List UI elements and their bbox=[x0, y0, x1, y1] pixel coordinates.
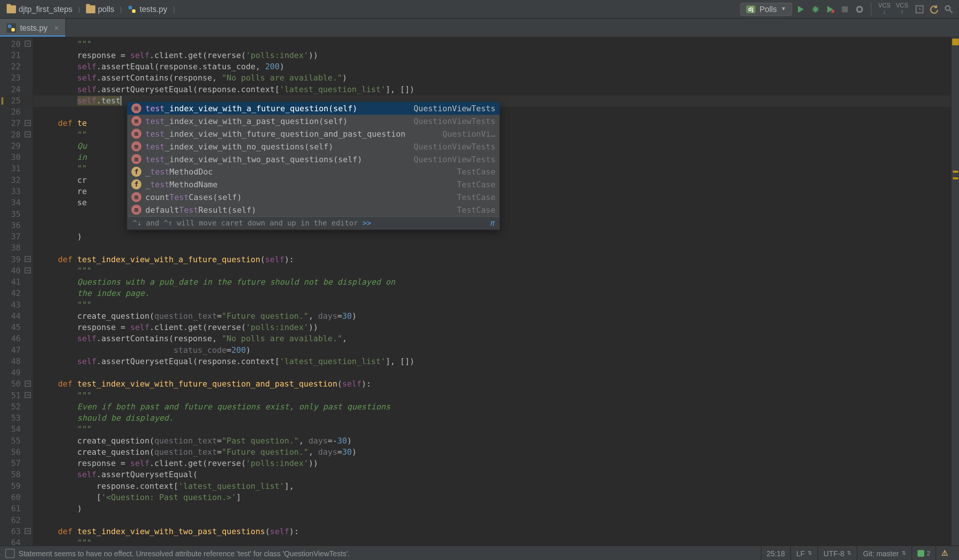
completion-item[interactable]: f_testMethodNameTestCase bbox=[127, 178, 499, 191]
code-line[interactable] bbox=[33, 243, 951, 254]
line-number[interactable]: 29 bbox=[0, 141, 33, 152]
line-number[interactable]: 31 bbox=[0, 163, 33, 175]
line-number[interactable]: 35 bbox=[0, 208, 33, 220]
revert-button[interactable] bbox=[928, 3, 940, 15]
completion-item[interactable]: mtest_index_view_with_future_question_an… bbox=[127, 127, 499, 140]
code-line[interactable]: response = self.client.get(reverse('poll… bbox=[33, 322, 951, 333]
line-number[interactable]: 24 bbox=[0, 84, 33, 95]
line-number[interactable]: 51 bbox=[0, 390, 33, 401]
line-number[interactable]: 26 bbox=[0, 107, 33, 118]
line-number[interactable]: 25 bbox=[0, 95, 33, 107]
code-line[interactable]: the index page. bbox=[33, 288, 951, 299]
fold-toggle-icon[interactable] bbox=[25, 41, 31, 47]
line-number[interactable]: 36 bbox=[0, 220, 33, 231]
fold-toggle-icon[interactable] bbox=[25, 380, 31, 387]
breadcrumb-folder[interactable]: polls bbox=[83, 3, 117, 15]
code-line[interactable]: """ bbox=[33, 390, 951, 401]
line-number[interactable]: 59 bbox=[0, 480, 33, 492]
close-icon[interactable]: × bbox=[54, 23, 59, 32]
code-line[interactable]: self.assertEqual(response.status_code, 2… bbox=[33, 61, 951, 73]
completion-item[interactable]: mtest_index_view_with_two_past_questions… bbox=[127, 153, 499, 165]
code-line[interactable]: self.assertContains(response, "No polls … bbox=[33, 333, 951, 345]
line-number[interactable]: 41 bbox=[0, 277, 33, 288]
pi-icon[interactable]: π bbox=[490, 217, 494, 230]
completion-item[interactable]: mtest_index_view_with_no_questions(self)… bbox=[127, 140, 499, 153]
code-line[interactable]: response = self.client.get(reverse('poll… bbox=[33, 50, 951, 61]
line-number[interactable]: 32 bbox=[0, 175, 33, 186]
line-number[interactable]: 38 bbox=[0, 243, 33, 254]
stop-button[interactable] bbox=[839, 3, 851, 15]
code-line[interactable]: self.assertQuerysetEqual(response.contex… bbox=[33, 84, 951, 95]
line-number[interactable]: 48 bbox=[0, 356, 33, 368]
line-number[interactable]: 61 bbox=[0, 503, 33, 515]
run-with-coverage-button[interactable] bbox=[824, 3, 836, 15]
hint-more-link[interactable]: >> bbox=[362, 219, 371, 228]
vcs-update-button[interactable]: VCS↓ bbox=[875, 3, 893, 15]
error-stripe-marker[interactable] bbox=[953, 41, 958, 43]
line-number[interactable]: 49 bbox=[0, 368, 33, 379]
line-number[interactable]: 56 bbox=[0, 447, 33, 458]
line-number[interactable]: 37 bbox=[0, 231, 33, 243]
completion-item[interactable]: mdefaultTestResult(self)TestCase bbox=[127, 204, 499, 216]
code-line[interactable]: self.assertQuerysetEqual(response.contex… bbox=[33, 356, 951, 368]
code-line[interactable]: create_question(question_text="Past ques… bbox=[33, 435, 951, 447]
line-number[interactable]: 64 bbox=[0, 538, 33, 549]
line-number[interactable]: 40 bbox=[0, 265, 33, 277]
fold-toggle-icon[interactable] bbox=[25, 267, 31, 274]
run-config-selector[interactable]: dj Polls ▼ bbox=[740, 2, 792, 16]
fold-toggle-icon[interactable] bbox=[25, 256, 31, 262]
code-line[interactable]: Questions with a pub_date in the future … bbox=[33, 277, 951, 288]
debug-button[interactable] bbox=[809, 3, 822, 15]
editor[interactable]: 2021222324252627282930313233343536373839… bbox=[0, 37, 959, 546]
tool-window-button[interactable] bbox=[5, 548, 14, 558]
code-line[interactable]: status_code=200) bbox=[33, 345, 951, 356]
code-line[interactable]: self.assertContains(response, "No polls … bbox=[33, 73, 951, 84]
code-line[interactable] bbox=[33, 515, 951, 526]
line-number[interactable]: 43 bbox=[0, 299, 33, 310]
line-number[interactable]: 44 bbox=[0, 310, 33, 322]
line-number[interactable]: 45 bbox=[0, 322, 33, 333]
line-number[interactable]: 27 bbox=[0, 118, 33, 129]
code-line[interactable]: ['<Question: Past question.>'] bbox=[33, 492, 951, 503]
completion-item[interactable]: f_testMethodDocTestCase bbox=[127, 165, 499, 178]
line-number[interactable]: 57 bbox=[0, 458, 33, 469]
history-button[interactable] bbox=[914, 3, 926, 15]
line-number[interactable]: 54 bbox=[0, 424, 33, 435]
completion-popup[interactable]: mtest_index_view_with_a_future_question(… bbox=[127, 102, 500, 231]
code-line[interactable]: ) bbox=[33, 503, 951, 515]
gutter[interactable]: 2021222324252627282930313233343536373839… bbox=[0, 37, 33, 546]
error-stripe[interactable] bbox=[951, 37, 959, 546]
line-number[interactable]: 63 bbox=[0, 526, 33, 537]
code-line[interactable]: def test_index_view_with_two_past_questi… bbox=[33, 526, 951, 537]
line-number[interactable]: 47 bbox=[0, 345, 33, 356]
breadcrumb-project[interactable]: djtp_first_steps bbox=[4, 3, 75, 15]
vcs-commit-button[interactable]: VCS↑ bbox=[893, 3, 911, 15]
code-line[interactable]: """ bbox=[33, 38, 951, 50]
line-number[interactable]: 39 bbox=[0, 254, 33, 265]
line-number[interactable]: 33 bbox=[0, 186, 33, 197]
code-line[interactable]: response = self.client.get(reverse('poll… bbox=[33, 458, 951, 469]
breadcrumb-file[interactable]: tests.py bbox=[125, 3, 170, 15]
code-line[interactable]: ) bbox=[33, 231, 951, 243]
line-number[interactable]: 23 bbox=[0, 73, 33, 84]
error-stripe-marker[interactable] bbox=[953, 177, 958, 179]
line-number[interactable]: 55 bbox=[0, 435, 33, 447]
error-stripe-marker[interactable] bbox=[953, 171, 958, 173]
line-number[interactable]: 53 bbox=[0, 413, 33, 424]
line-number[interactable]: 22 bbox=[0, 61, 33, 73]
run-button[interactable] bbox=[795, 3, 807, 15]
code-line[interactable] bbox=[33, 368, 951, 379]
line-number[interactable]: 60 bbox=[0, 492, 33, 503]
fold-toggle-icon[interactable] bbox=[25, 120, 31, 126]
code-line[interactable]: Even if both past and future questions e… bbox=[33, 402, 951, 413]
code-line[interactable]: """ bbox=[33, 538, 951, 549]
code-line[interactable]: """ bbox=[33, 299, 951, 310]
code-line[interactable]: should be displayed. bbox=[33, 413, 951, 424]
line-number[interactable]: 50 bbox=[0, 379, 33, 390]
tab-tests-py[interactable]: tests.py × bbox=[0, 19, 66, 37]
line-number[interactable]: 52 bbox=[0, 402, 33, 413]
python-package-button[interactable] bbox=[853, 3, 865, 15]
line-number[interactable]: 46 bbox=[0, 333, 33, 345]
code-line[interactable]: def test_index_view_with_a_future_questi… bbox=[33, 254, 951, 265]
line-number[interactable]: 34 bbox=[0, 197, 33, 208]
